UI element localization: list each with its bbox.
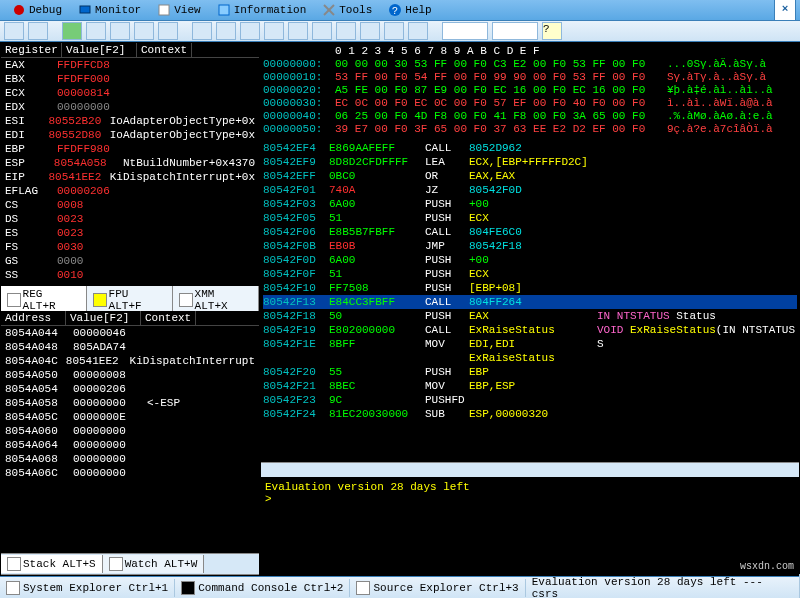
menu-monitor[interactable]: Monitor xyxy=(70,0,149,20)
register-row[interactable]: DS0023 xyxy=(1,212,259,226)
watch-icon xyxy=(109,557,123,571)
tab-stack[interactable]: Stack ALT+S xyxy=(1,555,103,573)
memory-row[interactable]: 8054A04400000046 xyxy=(1,326,259,340)
tool-b9[interactable] xyxy=(384,22,404,40)
memory-row[interactable]: 8054A06C00000000 xyxy=(1,466,259,480)
register-row[interactable]: CS0008 xyxy=(1,198,259,212)
cmd-icon xyxy=(181,581,195,595)
disasm-row[interactable]: 80542EFF0BC0OREAX,EAX xyxy=(263,169,797,183)
register-row[interactable]: EBXFFDFF000 xyxy=(1,72,259,86)
disasm-row[interactable]: 80542EF4E869AAFEFFCALL8052D962 xyxy=(263,141,797,155)
register-row[interactable]: ESP8054A058NtBuildNumber+0x4370 xyxy=(1,156,259,170)
register-row[interactable]: GS0000 xyxy=(1,254,259,268)
stack-icon xyxy=(7,557,21,571)
tool-input1[interactable] xyxy=(442,22,488,40)
register-row[interactable]: EDX00000000 xyxy=(1,100,259,114)
memory-row[interactable]: 8054A05400000206 xyxy=(1,382,259,396)
disasm-panel[interactable]: 80542EF4E869AAFEFFCALL8052D96280542EF98D… xyxy=(261,139,799,462)
tool-save[interactable] xyxy=(28,22,48,40)
hex-row[interactable]: 00000020:A5 FE 00 F0 87 E9 00 F0 EC 16 0… xyxy=(263,84,797,97)
tool-b7[interactable] xyxy=(336,22,356,40)
disasm-scroll[interactable] xyxy=(261,462,799,477)
disasm-row[interactable]: ExRaiseStatus xyxy=(263,351,797,365)
memory-row[interactable]: 8054A06000000000 xyxy=(1,424,259,438)
memory-row[interactable]: 8054A06400000000 xyxy=(1,438,259,452)
menu-tools[interactable]: Tools xyxy=(314,0,380,20)
disasm-row[interactable]: 80542F10FF7508PUSH[EBP+08] xyxy=(263,281,797,295)
disasm-row[interactable]: 80542F2481EC20030000SUBESP,00000320 xyxy=(263,407,797,421)
menu-help[interactable]: ?Help xyxy=(380,0,439,20)
workspace: Register Value[F2] Context EAXFFDFFCD8EB… xyxy=(0,42,800,576)
disasm-row[interactable]: 80542F0BEB0BJMP80542F18 xyxy=(263,239,797,253)
tab-reg[interactable]: REG ALT+R xyxy=(1,286,87,314)
tool-b3[interactable] xyxy=(240,22,260,40)
register-row[interactable]: ESI80552B20IoAdapterObjectType+0x xyxy=(1,114,259,128)
disasm-row[interactable]: 80542EF98D8D2CFDFFFFLEAECX,[EBP+FFFFFD2C… xyxy=(263,155,797,169)
menu-information[interactable]: Information xyxy=(209,0,315,20)
tool-b4[interactable] xyxy=(264,22,284,40)
disasm-row[interactable]: 80542F01740AJZ80542F0D xyxy=(263,183,797,197)
tool-pause[interactable] xyxy=(86,22,106,40)
tool-input2[interactable] xyxy=(492,22,538,40)
disasm-row[interactable]: 80542F06E8B5B7FBFFCALL804FE6C0 xyxy=(263,225,797,239)
memory-row[interactable]: 8054A06800000000 xyxy=(1,452,259,466)
register-row[interactable]: ECX00000814 xyxy=(1,86,259,100)
hex-row[interactable]: 00000010:53 FF 00 F0 54 FF 00 F0 99 90 0… xyxy=(263,71,797,84)
menu-debug[interactable]: Debug xyxy=(4,0,70,20)
tool-step[interactable] xyxy=(110,22,130,40)
tab-fpu[interactable]: FPU ALT+F xyxy=(87,286,173,314)
menu-view[interactable]: View xyxy=(149,0,208,20)
register-row[interactable]: EIP80541EE2KiDispatchInterrupt+0x xyxy=(1,170,259,184)
hex-row[interactable]: 00000000:00 00 00 30 53 FF 00 F0 C3 E2 0… xyxy=(263,58,797,71)
memory-row[interactable]: 8054A05000000008 xyxy=(1,368,259,382)
tab-watch[interactable]: Watch ALT+W xyxy=(103,555,205,573)
disasm-row[interactable]: 80542F239CPUSHFD xyxy=(263,393,797,407)
tool-run[interactable] xyxy=(62,22,82,40)
tab-xmm[interactable]: XMM ALT+X xyxy=(173,286,259,314)
tool-b8[interactable] xyxy=(360,22,380,40)
tool-help[interactable]: ? xyxy=(542,22,562,40)
status-source-explorer[interactable]: Source Explorer Ctrl+3 xyxy=(350,579,525,597)
register-row[interactable]: ES0023 xyxy=(1,226,259,240)
tool-b10[interactable] xyxy=(408,22,428,40)
memory-row[interactable]: 8054A05800000000<-ESP xyxy=(1,396,259,410)
tool-stop[interactable] xyxy=(158,22,178,40)
memory-row[interactable]: 8054A05C0000000E xyxy=(1,410,259,424)
tool-b5[interactable] xyxy=(288,22,308,40)
register-row[interactable]: SS0010 xyxy=(1,268,259,282)
memory-row[interactable]: 8054A04C80541EE2KiDispatchInterrupt xyxy=(1,354,259,368)
console-panel[interactable]: Evaluation version 28 days left > xyxy=(261,477,799,575)
disasm-row[interactable]: 80542F0D6A00PUSH+00 xyxy=(263,253,797,267)
disasm-row[interactable]: 80542F13E84CC3FBFFCALL804FF264 xyxy=(263,295,797,309)
disasm-row[interactable]: 80542F0551PUSHECX xyxy=(263,211,797,225)
register-row[interactable]: EBPFFDFF980 xyxy=(1,142,259,156)
status-system-explorer[interactable]: System Explorer Ctrl+1 xyxy=(0,579,175,597)
bug-icon xyxy=(12,3,26,17)
disasm-row[interactable]: 80542F2055PUSHEBP xyxy=(263,365,797,379)
disasm-row[interactable]: 80542F036A00PUSH+00 xyxy=(263,197,797,211)
register-row[interactable]: EFLAG00000206 xyxy=(1,184,259,198)
memory-row[interactable]: 8054A048805ADA74 xyxy=(1,340,259,354)
register-header: Register Value[F2] Context xyxy=(1,43,259,58)
memory-tabs: Stack ALT+S Watch ALT+W xyxy=(1,553,259,575)
status-command-console[interactable]: Command Console Ctrl+2 xyxy=(175,579,350,597)
info-icon xyxy=(217,3,231,17)
tool-b2[interactable] xyxy=(216,22,236,40)
register-row[interactable]: FS0030 xyxy=(1,240,259,254)
hexdump-panel[interactable]: 0 1 2 3 4 5 6 7 8 9 A B C D E F 00000000… xyxy=(261,43,799,139)
register-row[interactable]: EDI80552D80IoAdapterObjectType+0x xyxy=(1,128,259,142)
toolbar: ? xyxy=(0,21,800,42)
tool-b6[interactable] xyxy=(312,22,332,40)
close-button[interactable]: × xyxy=(774,0,796,21)
tool-b1[interactable] xyxy=(192,22,212,40)
hex-row[interactable]: 00000030:EC 0C 00 F0 EC 0C 00 F0 57 EF 0… xyxy=(263,97,797,110)
monitor-icon xyxy=(78,3,92,17)
tool-open[interactable] xyxy=(4,22,24,40)
hex-row[interactable]: 00000040:06 25 00 F0 4D F8 00 F0 41 F8 0… xyxy=(263,110,797,123)
register-row[interactable]: EAXFFDFFCD8 xyxy=(1,58,259,72)
tool-stepover[interactable] xyxy=(134,22,154,40)
hex-row[interactable]: 00000050:39 E7 00 F0 3F 65 00 F0 37 63 E… xyxy=(263,123,797,136)
disasm-row[interactable]: 80542F0F51PUSHECX xyxy=(263,267,797,281)
memory-panel: Address Value[F2] Context 8054A044000000… xyxy=(1,311,259,553)
disasm-row[interactable]: 80542F218BECMOVEBP,ESP xyxy=(263,379,797,393)
